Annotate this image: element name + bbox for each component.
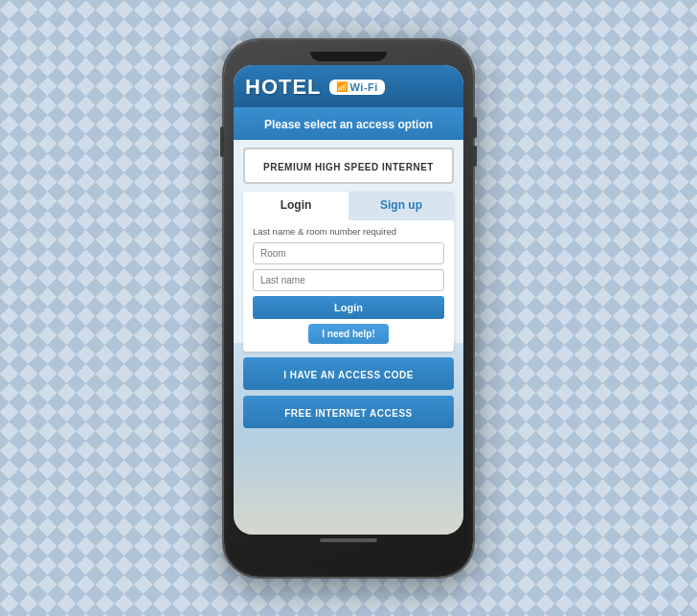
free-internet-label: FREE INTERNET ACCESS: [284, 408, 413, 419]
lastname-input[interactable]: [253, 269, 444, 291]
tab-body: Last name & room number required Login I…: [243, 220, 454, 352]
access-banner: Please select an access option: [234, 107, 463, 141]
premium-button[interactable]: PREMIUM HIGH SPEED INTERNET: [243, 148, 454, 184]
tab-login-label: Login: [281, 198, 312, 212]
tab-signup-label: Sign up: [380, 198, 422, 212]
screen-content: HOTEL 📶 Wi-Fi Please select an access op…: [234, 65, 463, 429]
power-button: [220, 126, 224, 157]
hotel-header: HOTEL 📶 Wi-Fi: [234, 65, 463, 107]
access-banner-text: Please select an access option: [264, 118, 433, 131]
help-button[interactable]: I need help!: [308, 324, 389, 344]
room-input[interactable]: [253, 242, 444, 264]
phone-screen: HOTEL 📶 Wi-Fi Please select an access op…: [234, 65, 463, 535]
volume-up-button: [473, 117, 477, 138]
wifi-badge: 📶 Wi-Fi: [329, 80, 385, 95]
tab-login[interactable]: Login: [243, 192, 348, 220]
form-hint: Last name & room number required: [253, 226, 444, 237]
access-code-button[interactable]: I HAVE AN ACCESS CODE: [243, 357, 454, 390]
premium-button-label: PREMIUM HIGH SPEED INTERNET: [263, 162, 434, 172]
help-button-label: I need help!: [322, 329, 375, 339]
access-code-label: I HAVE AN ACCESS CODE: [283, 370, 414, 380]
tab-row: Login Sign up: [243, 192, 454, 220]
phone-notch: [310, 52, 387, 61]
wifi-label: Wi-Fi: [350, 81, 378, 93]
hotel-title: HOTEL: [245, 75, 322, 100]
tab-signup[interactable]: Sign up: [348, 192, 454, 220]
free-internet-button[interactable]: FREE INTERNET ACCESS: [243, 396, 454, 428]
wifi-icon: 📶: [336, 81, 348, 92]
login-button[interactable]: Login: [253, 296, 444, 319]
phone-device: HOTEL 📶 Wi-Fi Please select an access op…: [224, 40, 473, 577]
home-indicator: [320, 538, 377, 542]
volume-down-button: [473, 146, 477, 167]
login-button-label: Login: [334, 302, 363, 313]
tab-card: Login Sign up Last name & room number re…: [243, 192, 454, 352]
